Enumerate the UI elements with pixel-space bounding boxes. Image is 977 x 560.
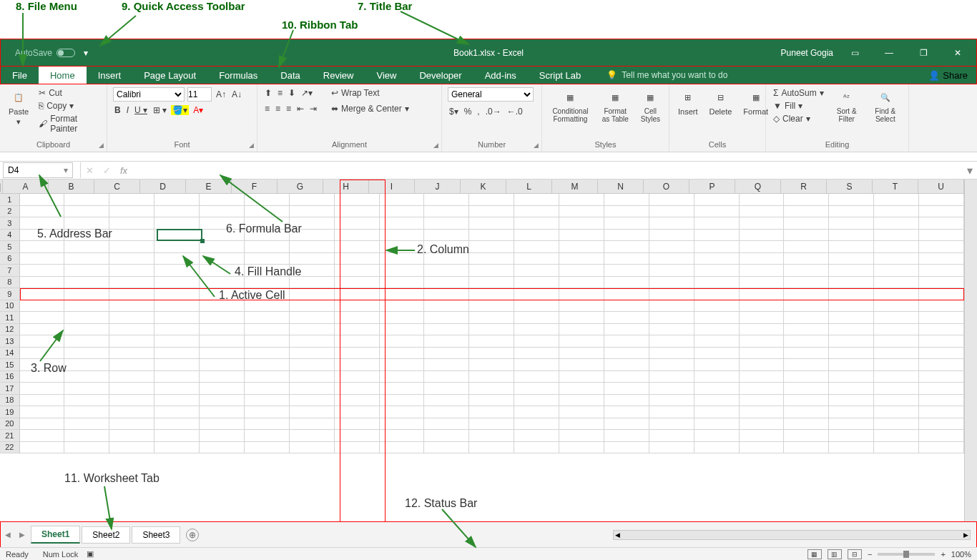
- cell[interactable]: [20, 253, 65, 265]
- cell[interactable]: [64, 277, 109, 288]
- column-header-L[interactable]: L: [506, 180, 552, 193]
- cell[interactable]: [604, 335, 649, 347]
- cell[interactable]: [469, 253, 514, 265]
- cell[interactable]: [469, 265, 514, 276]
- cell[interactable]: [649, 383, 694, 394]
- cell[interactable]: [109, 265, 154, 276]
- column-header-J[interactable]: J: [415, 180, 461, 193]
- cell[interactable]: [874, 359, 919, 370]
- cell[interactable]: [559, 348, 604, 359]
- cell[interactable]: [20, 371, 65, 383]
- row-header-19[interactable]: 19: [0, 406, 20, 418]
- cell[interactable]: [694, 230, 740, 241]
- cell[interactable]: [290, 442, 335, 453]
- cell[interactable]: [919, 348, 964, 359]
- cell[interactable]: [874, 253, 919, 265]
- wrap-text-button[interactable]: ↩Wrap Text: [330, 87, 411, 99]
- cell[interactable]: [64, 359, 109, 370]
- cell[interactable]: [335, 288, 380, 300]
- cell[interactable]: [514, 418, 559, 430]
- cell[interactable]: [245, 418, 290, 430]
- cell[interactable]: [245, 277, 290, 288]
- sheet-tab-2[interactable]: Sheet2: [82, 526, 130, 544]
- cell[interactable]: [649, 277, 694, 288]
- cell[interactable]: [469, 312, 514, 323]
- cell[interactable]: [200, 395, 245, 406]
- cell[interactable]: [694, 335, 740, 347]
- cell[interactable]: [424, 253, 469, 265]
- row-header-4[interactable]: 4: [0, 230, 20, 241]
- cell[interactable]: [64, 383, 109, 394]
- cell[interactable]: [245, 359, 290, 370]
- cut-button[interactable]: ✂Cut: [37, 87, 101, 99]
- row-header-8[interactable]: 8: [0, 277, 20, 288]
- cell[interactable]: [290, 335, 335, 347]
- cell[interactable]: [514, 241, 559, 252]
- cell[interactable]: [424, 324, 469, 335]
- align-right-icon[interactable]: ≡: [285, 103, 293, 114]
- cell[interactable]: [829, 241, 874, 252]
- align-middle-icon[interactable]: ≡: [276, 87, 284, 99]
- cell[interactable]: [469, 230, 514, 241]
- cell[interactable]: [335, 430, 380, 441]
- row-header-6[interactable]: 6: [0, 253, 20, 265]
- row-header-18[interactable]: 18: [0, 395, 20, 406]
- cell[interactable]: [200, 371, 245, 383]
- cell[interactable]: [469, 194, 514, 205]
- cell[interactable]: [919, 194, 964, 205]
- decrease-font-icon[interactable]: A↓: [230, 89, 243, 100]
- cell[interactable]: [694, 312, 740, 323]
- cell[interactable]: [469, 217, 514, 229]
- cell[interactable]: [649, 300, 694, 312]
- cell[interactable]: [290, 395, 335, 406]
- vertical-scrollbar[interactable]: [964, 180, 977, 521]
- cell[interactable]: [335, 383, 380, 394]
- cell[interactable]: [694, 241, 740, 252]
- cell[interactable]: [290, 288, 335, 300]
- cell[interactable]: [424, 371, 469, 383]
- cell[interactable]: [20, 206, 65, 217]
- cell[interactable]: [64, 230, 109, 241]
- cell[interactable]: [694, 371, 740, 383]
- cell[interactable]: [154, 335, 200, 347]
- cell[interactable]: [649, 442, 694, 453]
- cell[interactable]: [874, 418, 919, 430]
- tab-file[interactable]: File: [1, 67, 39, 84]
- cell[interactable]: [874, 324, 919, 335]
- cell[interactable]: [20, 430, 65, 441]
- autosum-button[interactable]: ΣAutoSum▾: [772, 87, 825, 99]
- cell[interactable]: [380, 230, 425, 241]
- row-header-14[interactable]: 14: [0, 348, 20, 359]
- cell[interactable]: [919, 253, 964, 265]
- cell[interactable]: [694, 418, 740, 430]
- cell[interactable]: [740, 418, 785, 430]
- cell[interactable]: [245, 335, 290, 347]
- cell[interactable]: [649, 359, 694, 370]
- cell[interactable]: [784, 265, 829, 276]
- cell[interactable]: [469, 442, 514, 453]
- cell[interactable]: [694, 383, 740, 394]
- select-all-button[interactable]: [0, 180, 3, 193]
- cell[interactable]: [200, 300, 245, 312]
- launcher-icon[interactable]: ◢: [534, 142, 539, 149]
- cell[interactable]: [874, 300, 919, 312]
- align-center-icon[interactable]: ≡: [274, 103, 282, 114]
- cell[interactable]: [245, 253, 290, 265]
- cell[interactable]: [559, 217, 604, 229]
- cell[interactable]: [200, 277, 245, 288]
- cell[interactable]: [514, 217, 559, 229]
- cell[interactable]: [604, 277, 649, 288]
- cell[interactable]: [290, 418, 335, 430]
- cell[interactable]: [290, 312, 335, 323]
- cell[interactable]: [469, 430, 514, 441]
- cell[interactable]: [559, 430, 604, 441]
- cell[interactable]: [649, 288, 694, 300]
- cell[interactable]: [64, 217, 109, 229]
- cell[interactable]: [649, 430, 694, 441]
- column-header-I[interactable]: I: [369, 180, 415, 193]
- cell[interactable]: [740, 265, 785, 276]
- cell[interactable]: [604, 241, 649, 252]
- italic-button[interactable]: I: [125, 104, 130, 116]
- cell[interactable]: [380, 348, 425, 359]
- enter-fx-icon[interactable]: ✓: [98, 165, 115, 176]
